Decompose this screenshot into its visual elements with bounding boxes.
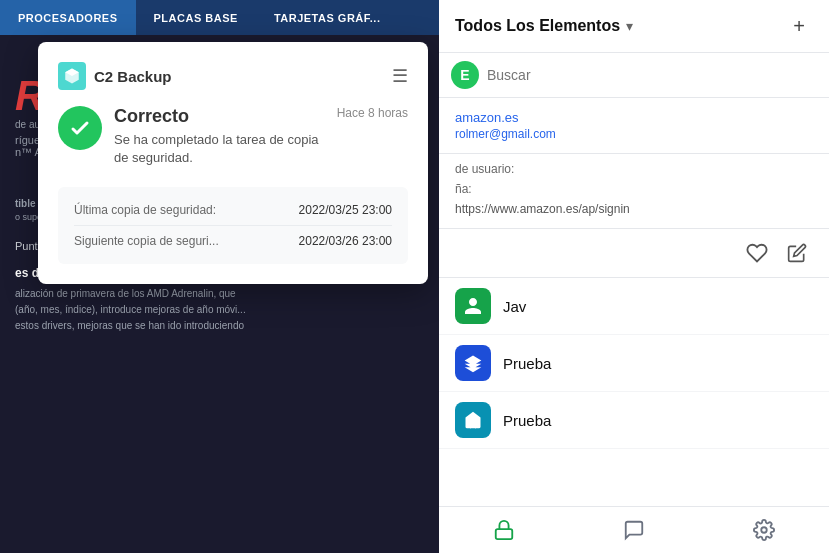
c2-logo-area: C2 Backup [58,62,172,90]
pm-add-button[interactable]: + [785,12,813,40]
c2-logo-title: C2 Backup [94,68,172,85]
nav-tarjetas[interactable]: TARJETAS GRÁF... [256,0,399,35]
pm-bottom-nav [439,506,829,553]
pm-title-row: Todos Los Elementos ▾ [455,17,633,35]
pm-item-label-jav: Jav [503,298,526,315]
c2-last-backup-label: Última copia de seguridad: [74,203,216,217]
c2-menu-icon[interactable]: ☰ [392,65,408,87]
pm-account-sub: rolmer@gmail.com [455,127,813,141]
c2-status-content: Correcto Se ha completado la tarea de co… [114,106,325,167]
pm-item-label-prueba2: Prueba [503,412,551,429]
pm-nav-lock[interactable] [477,515,531,545]
pm-account-email: amazon.es [455,110,813,125]
pm-list: Jav Prueba Prueba [439,278,829,506]
pm-nav-settings[interactable] [737,515,791,545]
bg-article-body: alización de primavera de los AMD Adrena… [15,286,425,334]
pm-item-icon-prueba1 [455,345,491,381]
list-item[interactable]: Prueba [439,335,829,392]
nav-placas[interactable]: PLACAS BASE [136,0,256,35]
pm-item-icon-prueba2 [455,402,491,438]
c2-header: C2 Backup ☰ [58,62,408,90]
password-manager-panel: Todos Los Elementos ▾ + E amazon.es rolm… [439,0,829,553]
pm-header: Todos Los Elementos ▾ + [439,0,829,53]
pm-field-user: de usuario: [439,154,829,178]
c2-timestamp: Hace 8 horas [337,106,408,120]
c2-last-backup-row: Última copia de seguridad: 2022/03/25 23… [74,199,392,226]
pm-search-row: E [439,53,829,98]
c2-status-desc: Se ha completado la tarea de copia de se… [114,131,325,167]
c2-info-table: Última copia de seguridad: 2022/03/25 23… [58,187,408,264]
pm-item-label-prueba1: Prueba [503,355,551,372]
c2-status-title: Correcto [114,106,325,127]
pm-search-input[interactable] [487,67,817,83]
pm-actions-row [439,229,829,278]
pm-nav-chat[interactable] [607,515,661,545]
c2-last-backup-value: 2022/03/25 23:00 [299,203,392,217]
list-item[interactable]: Jav [439,278,829,335]
c2-status-row: Correcto Se ha completado la tarea de co… [58,106,408,167]
c2-check-circle [58,106,102,150]
pm-edit-button[interactable] [781,237,813,269]
pm-field-user-label: de usuario: [455,162,813,176]
pm-url-area: https://www.amazon.es/ap/signin [439,198,829,229]
pm-account-section: amazon.es rolmer@gmail.com [439,98,829,154]
pm-url-link[interactable]: https://www.amazon.es/ap/signin [455,202,813,216]
pm-title: Todos Los Elementos [455,17,620,35]
pm-field-pass-label: ña: [439,178,829,198]
c2-next-backup-label: Siguiente copia de seguri... [74,234,219,248]
list-item[interactable]: Prueba [439,392,829,449]
svg-point-1 [761,527,767,533]
pm-chevron-icon[interactable]: ▾ [626,18,633,34]
c2-next-backup-value: 2022/03/26 23:00 [299,234,392,248]
svg-rect-0 [496,529,513,539]
c2-backup-card: C2 Backup ☰ Correcto Se ha completado la… [38,42,428,284]
c2-logo-icon [58,62,86,90]
pm-avatar: E [451,61,479,89]
pm-item-icon-jav [455,288,491,324]
nav-procesadores[interactable]: PROCESADORES [0,0,136,35]
c2-next-backup-row: Siguiente copia de seguri... 2022/03/26 … [74,230,392,252]
pm-favorite-button[interactable] [741,237,773,269]
